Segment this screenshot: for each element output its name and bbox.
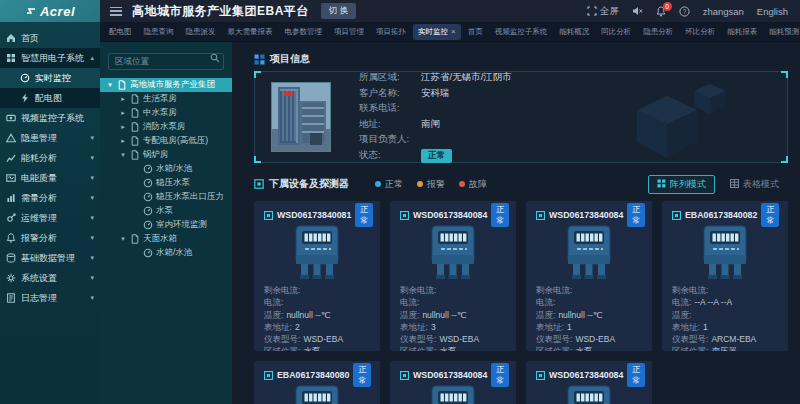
tree-node-9[interactable]: 稳压水泵出口压力 [100,190,232,204]
tree-node-8[interactable]: 稳压水泵 [100,176,232,190]
tree-caret-right-icon[interactable]: ▸ [119,109,127,117]
sidebar-subitem-1[interactable]: 实时监控 [0,68,100,88]
sidebar-item-2[interactable]: 智慧用电子系统▴ [0,48,100,68]
device-icon [264,206,273,224]
sidebar-item-9[interactable]: 报警分析▾ [0,228,100,248]
tab-close-icon[interactable]: × [451,27,456,36]
device-field-label: 区域位置: [672,346,708,351]
device-field: 区域位置:水泵 [264,345,370,351]
tab-label: 能耗概况 [559,27,589,36]
sidebar-item-3[interactable]: 视频监控子系统 [0,108,100,128]
tree-node-1[interactable]: ▾高地城市服务产业集团 [100,78,232,92]
tab-4[interactable]: 最大需量报表 [223,24,278,40]
mute-button[interactable] [632,6,643,16]
sidebar-item-7[interactable]: 需量分析▾ [0,188,100,208]
user-menu[interactable]: zhangsan [703,6,744,17]
tree-node-7[interactable]: 水箱/水池 [100,162,232,176]
sidebar-item-5[interactable]: 能耗分析▾ [0,148,100,168]
tree-node-13[interactable]: 水箱/水池 [100,246,232,260]
tab-15[interactable]: 能耗报表 [722,24,762,40]
tree-caret-down-icon[interactable]: ▾ [119,235,127,243]
tree-caret-down-icon[interactable]: ▾ [106,81,114,89]
language-switch[interactable]: English [757,6,788,17]
sidebar-item-10[interactable]: 基础数据管理▾ [0,248,100,268]
status-legend: 正常报警故障 [375,178,487,191]
sidebar-item-4[interactable]: 隐患管理▾ [0,128,100,148]
tab-5[interactable]: 电参数管理 [280,24,328,40]
tree-node-2[interactable]: ▸生活泵房 [100,92,232,106]
meter-image [286,385,348,404]
project-info-header: 项目信息 [254,52,788,66]
device-card-4[interactable]: EBA06173840082正常剩余电流:电流:--A --A --A温度:表地… [662,201,788,351]
meter-image [558,225,620,281]
sidebar-item-1[interactable]: 首页 [0,28,100,48]
device-field-label: 表地址: [264,322,292,332]
tab-2[interactable]: 隐患查询 [139,24,179,40]
building-image [272,83,330,151]
tree-caret-right-icon[interactable]: ▸ [119,95,127,103]
tree-node-5[interactable]: ▸专配电房(高低压) [100,134,232,148]
tab-14[interactable]: 环比分析 [680,24,720,40]
area-search-input[interactable] [108,53,224,70]
sidebar-item-6[interactable]: 电能质量▾ [0,168,100,188]
tree-node-6[interactable]: ▾锅炉房 [100,148,232,162]
device-card-5[interactable]: EBA06173840080正常 [254,361,380,404]
device-card-7[interactable]: WSD06173840084正常 [526,361,652,404]
tree-node-12[interactable]: ▾天面水箱 [100,232,232,246]
device-card-6[interactable]: WSD06173840084正常 [390,361,516,404]
sidebar-item-8[interactable]: 运维管理▾ [0,208,100,228]
switch-project-button[interactable]: 切 换 [321,3,356,19]
tab-12[interactable]: 同比分析 [596,24,636,40]
device-card-3[interactable]: WSD06173840084正常剩余电流:电流:温度:nullnull --℃表… [526,201,652,351]
tree-caret-right-icon[interactable]: ▸ [119,123,127,131]
array-mode-button[interactable]: 阵列模式 [648,175,715,194]
sidebar-item-label: 能耗分析 [21,152,57,165]
sidebar-item-12[interactable]: 日志管理▾ [0,288,100,308]
tab-9[interactable]: 首页 [463,24,488,40]
tab-10[interactable]: 视频监控子系统 [490,24,553,40]
tab-11[interactable]: 能耗概况 [554,24,594,40]
device-field: 表地址:1 [672,321,778,333]
legend-dot-icon [417,181,423,187]
logo-text: Acrel [40,4,75,19]
tab-7[interactable]: 项目拓扑 [371,24,411,40]
device-field-label: 表地址: [536,322,564,332]
device-card-1[interactable]: WSD06173840081正常剩余电流:电流:温度:nullnull --℃表… [254,201,380,351]
sidebar-item-label: 智慧用电子系统 [21,52,84,65]
device-cards-grid: WSD06173840081正常剩余电流:电流:温度:nullnull --℃表… [254,201,788,404]
meter-image [286,225,348,281]
tab-16[interactable]: 能耗预测 [764,24,800,40]
tab-6[interactable]: 项目管理 [329,24,369,40]
array-mode-icon [657,179,666,190]
device-field: 表地址:2 [264,321,370,333]
device-field: 剩余电流: [536,284,642,296]
doc-icon [130,136,140,146]
tree-node-10[interactable]: 水泵 [100,204,232,218]
tab-label: 首页 [468,27,483,36]
meter-image [694,225,756,281]
tab-8[interactable]: 实时监控× [413,24,461,40]
tree-caret-right-icon[interactable]: ▸ [119,137,127,145]
tab-label: 配电图 [109,27,132,36]
tree-node-11[interactable]: 室内环境监测 [100,218,232,232]
tab-label: 能耗报表 [727,27,757,36]
tree-node-3[interactable]: ▸中水泵房 [100,106,232,120]
tab-1[interactable]: 配电图 [104,24,137,40]
tab-13[interactable]: 隐患分析 [638,24,678,40]
device-status-badge: 正常 [491,363,509,387]
tree-node-4[interactable]: ▸消防水泵房 [100,120,232,134]
device-card-2[interactable]: WSD06173840084正常剩余电流:电流:温度:nullnull --℃表… [390,201,516,351]
table-mode-button[interactable]: 表格模式 [721,175,788,194]
notifications-button[interactable]: 0 [656,6,666,17]
sidebar-subitem-2[interactable]: 配电图 [0,88,100,108]
tab-3[interactable]: 隐患派发 [181,24,221,40]
gear-icon [6,273,16,283]
device-field-label: 表地址: [400,322,428,332]
help-button[interactable]: ? [679,6,690,17]
fullscreen-button[interactable]: 全屏 [587,5,619,18]
sidebar-item-11[interactable]: 系统设置▾ [0,268,100,288]
sidebar-item-label: 视频监控子系统 [21,112,84,125]
camera-icon [6,113,16,123]
tree-caret-down-icon[interactable]: ▾ [119,151,127,159]
hamburger-menu-icon[interactable] [110,7,122,16]
